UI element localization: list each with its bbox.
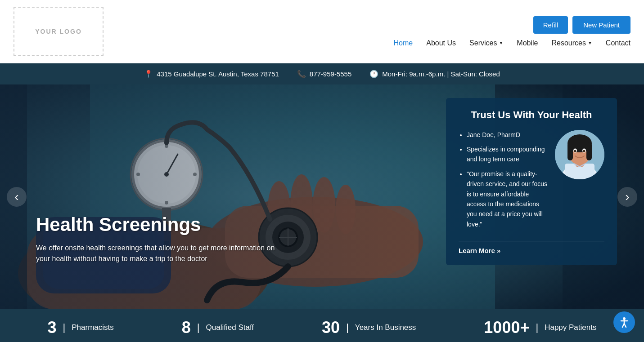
location-icon: 📍 <box>144 70 153 78</box>
services-dropdown-arrow: ▼ <box>499 40 503 45</box>
learn-more-button[interactable]: Learn More » <box>459 247 604 254</box>
stat-patients-label: Happy Patients <box>545 323 596 332</box>
info-phone: 📞 877-959-5555 <box>297 70 351 78</box>
stat-pharmacists: 3 | Pharmacists <box>48 318 114 337</box>
new-patient-button[interactable]: New Patient <box>572 16 630 34</box>
refill-button[interactable]: Refill <box>533 16 568 34</box>
logo: YOUR LOGO <box>14 7 104 56</box>
trust-bullet-3: "Our promise is a quality-driven service… <box>467 169 548 229</box>
info-address: 📍 4315 Guadalupe St. Austin, Texas 78751 <box>144 70 279 78</box>
hero-content: Health Screenings We offer onsite health… <box>36 214 284 264</box>
svg-point-49 <box>574 150 576 152</box>
accessibility-button[interactable] <box>613 311 635 333</box>
clock-icon: 🕐 <box>369 70 378 78</box>
stat-years: 30 | Years In Business <box>322 318 416 337</box>
svg-rect-46 <box>586 142 592 160</box>
stat-pharmacists-number: 3 <box>48 318 57 337</box>
trust-card-text: Jane Doe, PharmD Specializes in compound… <box>459 130 548 234</box>
info-bar: 📍 4315 Guadalupe St. Austin, Texas 78751… <box>0 63 644 84</box>
nav-mobile[interactable]: Mobile <box>517 39 538 47</box>
trust-bullet-2: Specializes in compounding and long term… <box>467 144 548 164</box>
resources-dropdown-arrow: ▼ <box>588 40 592 45</box>
stats-bar: 3 | Pharmacists 8 | Qualified Staff 30 |… <box>0 309 644 342</box>
hero-description: We offer onsite health screenings that a… <box>36 243 284 264</box>
svg-line-55 <box>624 324 626 327</box>
nav-services[interactable]: Services ▼ <box>469 39 503 47</box>
nav-contact[interactable]: Contact <box>606 39 630 47</box>
carousel-next-button[interactable]: › <box>617 187 637 207</box>
stat-years-label: Years In Business <box>355 323 416 332</box>
info-hours: 🕐 Mon-Fri: 9a.m.-6p.m. | Sat-Sun: Closed <box>369 70 500 78</box>
stat-staff-label: Qualified Staff <box>206 323 254 332</box>
phone-icon: 📞 <box>297 70 306 78</box>
header-buttons: Refill New Patient <box>533 16 630 34</box>
stat-patients: 1000+ | Happy Patients <box>484 318 596 337</box>
trust-card-divider <box>459 241 604 241</box>
carousel-prev-button[interactable]: ‹ <box>7 187 27 207</box>
svg-point-50 <box>583 150 585 152</box>
pharmacist-avatar <box>555 130 604 179</box>
trust-card: Trust Us With Your Health Jane Doe, Phar… <box>446 98 617 265</box>
header-right: Refill New Patient Home About Us Service… <box>394 16 630 47</box>
main-nav: Home About Us Services ▼ Mobile Resource… <box>394 39 630 47</box>
stat-staff-number: 8 <box>182 318 191 337</box>
stat-pharmacists-label: Pharmacists <box>72 323 114 332</box>
stat-years-number: 30 <box>322 318 340 337</box>
nav-resources[interactable]: Resources ▼ <box>551 39 592 47</box>
svg-rect-45 <box>567 142 573 160</box>
trust-card-list: Jane Doe, PharmD Specializes in compound… <box>459 130 548 230</box>
trust-card-title: Trust Us With Your Health <box>459 109 604 122</box>
stat-patients-number: 1000+ <box>484 318 529 337</box>
stat-staff: 8 | Qualified Staff <box>182 318 254 337</box>
trust-card-inner: Jane Doe, PharmD Specializes in compound… <box>459 130 604 234</box>
nav-home[interactable]: Home <box>394 39 413 47</box>
trust-bullet-1: Jane Doe, PharmD <box>467 130 548 140</box>
hero-section: ‹ Health Screenings We offer onsite heal… <box>0 84 644 309</box>
nav-about[interactable]: About Us <box>426 39 456 47</box>
header: YOUR LOGO Refill New Patient Home About … <box>0 0 644 63</box>
hero-title: Health Screenings <box>36 214 284 235</box>
